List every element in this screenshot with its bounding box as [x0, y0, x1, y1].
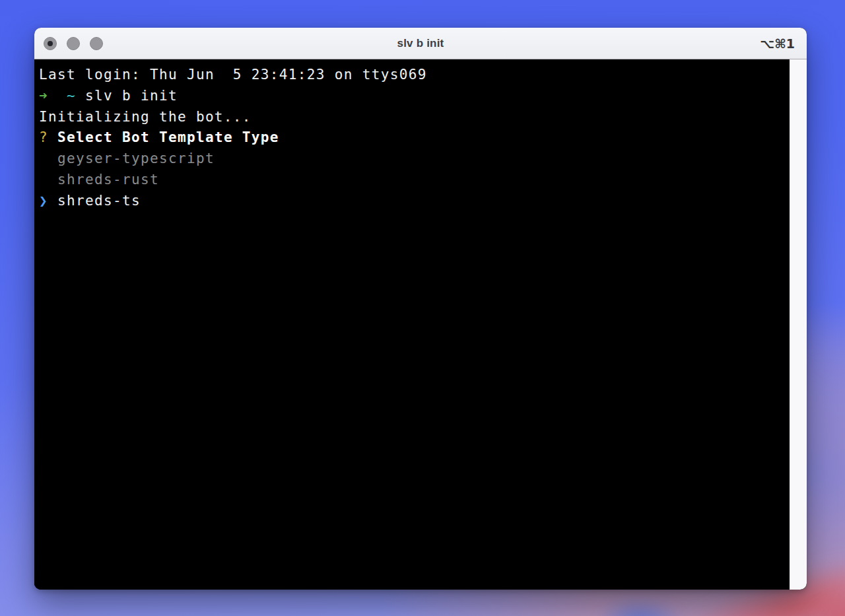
window-title: slv b init [34, 37, 807, 50]
close-button[interactable] [44, 37, 57, 50]
terminal-line: geyser-typescript [39, 149, 790, 170]
scrollbar-track[interactable] [790, 59, 807, 590]
minimize-button[interactable] [67, 37, 80, 50]
close-button-dot [48, 41, 53, 46]
wallpaper-blue-wave [581, 588, 700, 616]
terminal-line: Last login: Thu Jun 5 23:41:23 on ttys06… [39, 65, 790, 86]
terminal-line: ? Select Bot Template Type [39, 127, 790, 149]
terminal-line: shreds-rust [39, 170, 790, 191]
terminal-window: slv b init ⌥⌘1 Last login: Thu Jun 5 23:… [34, 28, 807, 590]
tab-shortcut-label: ⌥⌘1 [760, 28, 795, 59]
terminal-line: ❯ shreds-ts [39, 191, 790, 212]
terminal-output[interactable]: Last login: Thu Jun 5 23:41:23 on ttys06… [34, 59, 790, 590]
traffic-lights [34, 37, 103, 50]
terminal-pane[interactable]: Last login: Thu Jun 5 23:41:23 on ttys06… [34, 59, 807, 590]
terminal-line: ➜ ~ slv b init [39, 86, 790, 107]
title-bar[interactable]: slv b init ⌥⌘1 [34, 28, 807, 59]
terminal-line: Initializing the bot... [39, 107, 790, 128]
zoom-button[interactable] [90, 37, 103, 50]
